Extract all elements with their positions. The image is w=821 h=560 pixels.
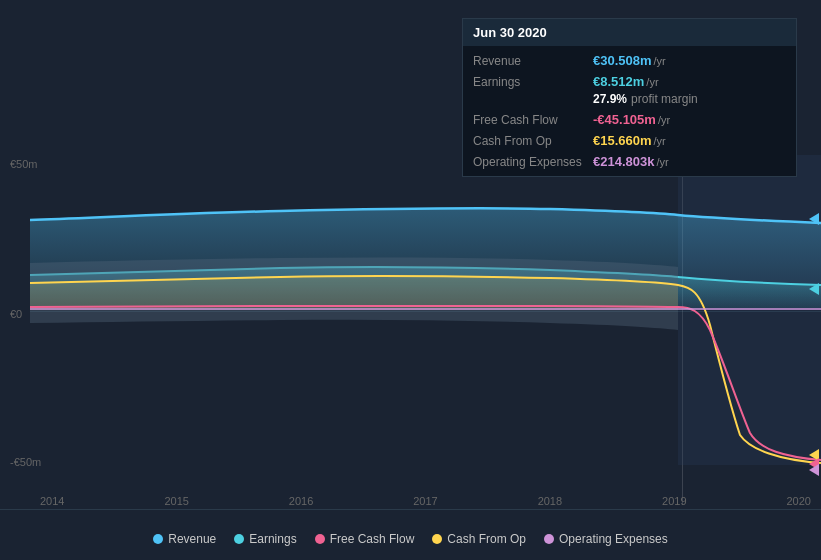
- tooltip-header: Jun 30 2020: [463, 19, 796, 46]
- revenue-label: Revenue: [473, 54, 593, 68]
- earnings-dot: [234, 534, 244, 544]
- opex-label: Operating Expenses: [473, 155, 593, 169]
- revenue-value: €30.508m: [593, 53, 652, 68]
- profit-margin-row: 27.9% profit margin: [463, 92, 796, 109]
- x-label-2014: 2014: [40, 495, 64, 507]
- legend-earnings-label: Earnings: [249, 532, 296, 546]
- x-label-2018: 2018: [538, 495, 562, 507]
- legend-cfo-label: Cash From Op: [447, 532, 526, 546]
- fcf-label: Free Cash Flow: [473, 113, 593, 127]
- legend-revenue-label: Revenue: [168, 532, 216, 546]
- profit-margin-pct: 27.9%: [593, 92, 627, 106]
- fcf-unit: /yr: [658, 114, 670, 126]
- revenue-marker: [809, 213, 819, 225]
- fcf-row: Free Cash Flow -€45.105m /yr: [463, 109, 796, 130]
- legend-opex-label: Operating Expenses: [559, 532, 668, 546]
- legend: Revenue Earnings Free Cash Flow Cash Fro…: [0, 532, 821, 546]
- y-label-0: €0: [10, 308, 22, 320]
- fcf-dot: [315, 534, 325, 544]
- opex-unit: /yr: [656, 156, 668, 168]
- legend-fcf-label: Free Cash Flow: [330, 532, 415, 546]
- x-label-2017: 2017: [413, 495, 437, 507]
- legend-revenue: Revenue: [153, 532, 216, 546]
- legend-earnings: Earnings: [234, 532, 296, 546]
- legend-cfo: Cash From Op: [432, 532, 526, 546]
- opex-marker: [809, 464, 819, 476]
- tooltip-body: Revenue €30.508m /yr Earnings €8.512m /y…: [463, 46, 796, 176]
- legend-fcf: Free Cash Flow: [315, 532, 415, 546]
- x-label-2020: 2020: [786, 495, 810, 507]
- cfo-unit: /yr: [654, 135, 666, 147]
- revenue-dot: [153, 534, 163, 544]
- cfo-label: Cash From Op: [473, 134, 593, 148]
- x-label-2015: 2015: [164, 495, 188, 507]
- earnings-value: €8.512m: [593, 74, 644, 89]
- opex-dot: [544, 534, 554, 544]
- cfo-dot: [432, 534, 442, 544]
- earnings-marker: [809, 283, 819, 295]
- earnings-label: Earnings: [473, 75, 593, 89]
- earnings-unit: /yr: [646, 76, 658, 88]
- chart-svg: [30, 155, 821, 465]
- profit-margin-label: profit margin: [631, 92, 698, 106]
- cfo-value: €15.660m: [593, 133, 652, 148]
- revenue-row: Revenue €30.508m /yr: [463, 50, 796, 71]
- x-label-2019: 2019: [662, 495, 686, 507]
- fcf-value: -€45.105m: [593, 112, 656, 127]
- revenue-unit: /yr: [654, 55, 666, 67]
- legend-separator: [0, 509, 821, 510]
- opex-value: €214.803k: [593, 154, 654, 169]
- x-label-2016: 2016: [289, 495, 313, 507]
- earnings-row: Earnings €8.512m /yr: [463, 71, 796, 92]
- cfo-row: Cash From Op €15.660m /yr: [463, 130, 796, 151]
- opex-row: Operating Expenses €214.803k /yr: [463, 151, 796, 172]
- legend-opex: Operating Expenses: [544, 532, 668, 546]
- tooltip-card: Jun 30 2020 Revenue €30.508m /yr Earning…: [462, 18, 797, 177]
